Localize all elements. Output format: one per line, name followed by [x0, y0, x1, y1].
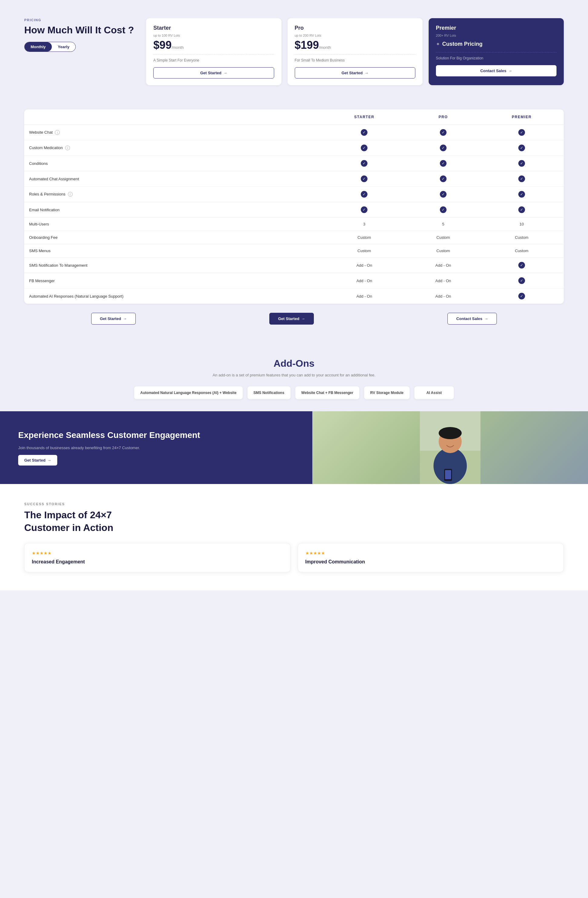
- premier-value: 10: [479, 218, 564, 231]
- feature-name: Automated Chat Assignment: [29, 177, 79, 181]
- comparison-section: STARTER PRO PREMIER Website Chat i✓✓✓Cus…: [0, 103, 588, 346]
- billing-toggle[interactable]: Monthly Yearly: [24, 42, 76, 52]
- starter-value: Custom: [322, 231, 407, 244]
- check-icon: ✓: [440, 145, 447, 151]
- check-icon: ✓: [361, 175, 367, 182]
- pricing-heading: How Much Will It Cost ?: [24, 24, 134, 36]
- premier-contact-sales-btn[interactable]: Contact Sales →: [436, 65, 556, 76]
- table-row: Roles & Permissions i✓✓✓: [24, 187, 564, 202]
- plan-card-premier: Premier 200+ RV Lots ✦ Custom Pricing So…: [429, 18, 564, 85]
- feature-name: FB Messenger: [29, 278, 55, 283]
- pro-plan-description: For Small To Medium Business: [295, 58, 415, 62]
- check-icon: ✓: [440, 191, 447, 198]
- feature-name: Website Chat: [29, 130, 53, 135]
- plan-card-starter: Starter up to 100 RV Lots $99/month A Si…: [146, 18, 281, 85]
- table-row: SMS Notification To ManagementAdd - OnAd…: [24, 258, 564, 273]
- premier-plan-subtitle: 200+ RV Lots: [436, 34, 556, 37]
- feature-name: Conditions: [29, 161, 48, 166]
- yearly-toggle-btn[interactable]: Yearly: [52, 42, 75, 52]
- addon-chip: AI Assist: [415, 386, 454, 399]
- cta-subtext: Join thousands of businesses already ben…: [18, 446, 294, 450]
- pro-value: Custom: [407, 231, 479, 244]
- pricing-header: PRICING How Much Will It Cost ? Monthly …: [24, 18, 564, 85]
- table-row: Website Chat i✓✓✓: [24, 125, 564, 140]
- monthly-toggle-btn[interactable]: Monthly: [25, 42, 52, 52]
- feature-name: SMS Notification To Management: [29, 263, 88, 268]
- addon-chip: Website Chat + FB Messenger: [295, 386, 359, 399]
- check-icon: ✓: [440, 206, 447, 213]
- addon-chip: RV Storage Module: [364, 386, 410, 399]
- check-icon: ✓: [361, 191, 367, 198]
- check-icon: ✓: [518, 129, 525, 136]
- success-section: SUCCESS STORIES The Impact of 24×7Custom…: [0, 484, 588, 590]
- starter-get-started-btn[interactable]: Get Started →: [153, 67, 274, 78]
- table-starter-btn[interactable]: Get Started →: [91, 313, 136, 324]
- check-icon: ✓: [518, 206, 525, 213]
- check-icon: ✓: [518, 293, 525, 300]
- pro-value: 5: [407, 218, 479, 231]
- addon-chip: SMS Notifications: [247, 386, 290, 399]
- pro-plan-price: $199/month: [295, 40, 415, 51]
- info-icon: i: [68, 192, 73, 197]
- premier-plan-description: Solution For Big Organization: [436, 56, 556, 60]
- story-card-0: ★★★★★ Increased Engagement: [24, 543, 290, 572]
- feature-name: Automated AI Responses (Natural Language…: [29, 294, 123, 298]
- check-icon: ✓: [440, 175, 447, 182]
- cta-left: Experience Seamless Customer Engagement …: [0, 411, 312, 484]
- pro-col-header: PRO: [407, 109, 479, 125]
- pricing-title-block: PRICING How Much Will It Cost ? Monthly …: [24, 18, 134, 52]
- custom-pricing-text: Custom Pricing: [442, 41, 482, 47]
- sparkle-icon: ✦: [436, 41, 440, 47]
- pricing-label: PRICING: [24, 18, 134, 22]
- svg-rect-6: [445, 470, 451, 479]
- success-heading: The Impact of 24×7Customer in Action: [24, 509, 564, 534]
- pro-value: Add - On: [407, 258, 479, 273]
- check-icon: ✓: [518, 277, 525, 284]
- starter-value: Add - On: [322, 273, 407, 289]
- cta-section: Experience Seamless Customer Engagement …: [0, 411, 588, 484]
- pricing-section: PRICING How Much Will It Cost ? Monthly …: [0, 0, 588, 103]
- cta-right: [312, 411, 588, 484]
- pro-value: Custom: [407, 244, 479, 258]
- table-row: Conditions✓✓✓: [24, 156, 564, 171]
- pro-value: Add - On: [407, 273, 479, 289]
- check-icon: ✓: [440, 129, 447, 136]
- check-icon: ✓: [518, 175, 525, 182]
- addons-subtitle: An add-on is a set of premium features t…: [24, 373, 564, 377]
- starter-plan-subtitle: up to 100 RV Lots: [153, 34, 274, 37]
- story-card-1: ★★★★★ Improved Communication: [298, 543, 564, 572]
- starter-value: Add - On: [322, 258, 407, 273]
- feature-name: Roles & Permissions: [29, 192, 65, 196]
- starter-value: 3: [322, 218, 407, 231]
- table-premier-btn[interactable]: Contact Sales →: [447, 313, 497, 324]
- check-icon: ✓: [518, 145, 525, 151]
- premier-divider: [436, 52, 556, 52]
- custom-pricing-row: ✦ Custom Pricing: [436, 41, 556, 47]
- cta-get-started-btn[interactable]: Get Started →: [18, 455, 57, 466]
- starter-col-header: STARTER: [322, 109, 407, 125]
- starter-value: Custom: [322, 244, 407, 258]
- comparison-tbody: Website Chat i✓✓✓Custom Medication i✓✓✓C…: [24, 125, 564, 304]
- info-icon: i: [65, 146, 70, 150]
- pro-plan-subtitle: up to 200 RV Lots: [295, 34, 415, 37]
- svg-point-4: [439, 427, 462, 439]
- addons-section: Add-Ons An add-on is a set of premium fe…: [0, 346, 588, 411]
- story-title-0: Increased Engagement: [32, 559, 283, 564]
- feature-name: Custom Medication: [29, 146, 63, 150]
- pro-get-started-btn[interactable]: Get Started →: [295, 67, 415, 78]
- table-row: FB MessengerAdd - OnAdd - On✓: [24, 273, 564, 289]
- table-pro-btn[interactable]: Get Started →: [269, 313, 314, 324]
- table-row: Automated Chat Assignment✓✓✓: [24, 171, 564, 187]
- story-stars-0: ★★★★★: [32, 550, 283, 555]
- feature-name: Email Notification: [29, 208, 59, 212]
- starter-plan-name: Starter: [153, 25, 274, 31]
- table-row: Multi-Users3510: [24, 218, 564, 231]
- starter-divider: [153, 54, 274, 55]
- plans-row: Starter up to 100 RV Lots $99/month A Si…: [146, 18, 564, 85]
- plan-card-pro: Pro up to 200 RV Lots $199/month For Sma…: [287, 18, 422, 85]
- comparison-header-row: STARTER PRO PREMIER: [24, 109, 564, 125]
- feature-name: Multi-Users: [29, 222, 49, 226]
- table-row: SMS MenusCustomCustomCustom: [24, 244, 564, 258]
- table-footer-buttons: Get Started → Get Started → Contact Sale…: [24, 304, 564, 328]
- story-stars-1: ★★★★★: [306, 550, 556, 555]
